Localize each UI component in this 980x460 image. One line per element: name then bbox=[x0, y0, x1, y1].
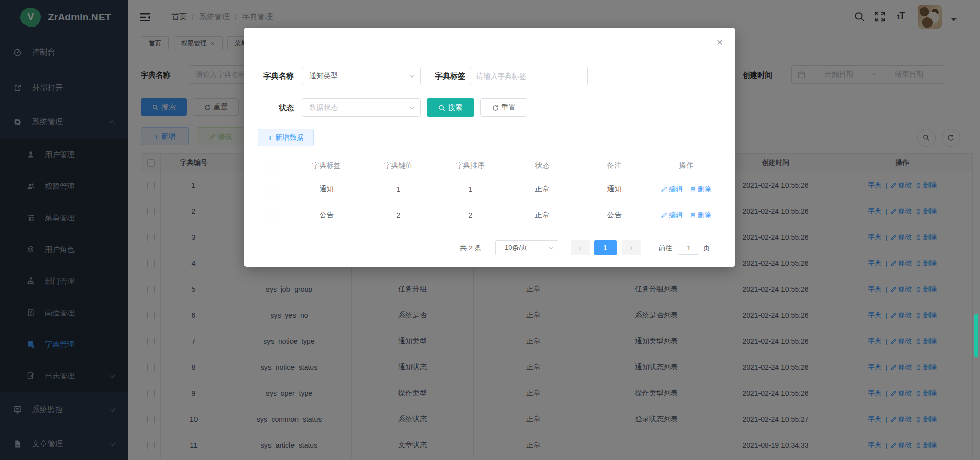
cell-label: 通知 bbox=[290, 176, 362, 202]
dialog-table-row: 通知 1 1 正常 通知 编辑 删除 bbox=[258, 176, 722, 202]
chevron-down-icon bbox=[410, 73, 415, 78]
current-page-button[interactable]: 1 bbox=[594, 240, 617, 255]
edit-action-link[interactable]: 编辑 bbox=[662, 211, 683, 220]
pagination-total: 共 2 条 bbox=[460, 240, 481, 257]
select-all-checkbox[interactable] bbox=[271, 163, 278, 170]
cell-value: 1 bbox=[362, 176, 434, 202]
pencil-icon bbox=[662, 186, 667, 192]
plus-icon: + bbox=[268, 134, 272, 142]
goto-page-input[interactable] bbox=[678, 241, 699, 255]
dict-data-dialog: × 字典名称 通知类型 字典标签 状态 数据状态 搜索 重置 +新增数据 bbox=[244, 28, 735, 267]
app-root: V ZrAdmin.NET 控制台 外部打开 系统管理 用户管理 权限管理 菜单… bbox=[0, 0, 980, 460]
refresh-icon bbox=[492, 105, 499, 111]
dialog-add-data-button[interactable]: +新增数据 bbox=[258, 129, 314, 146]
goto-label: 前往 bbox=[658, 240, 672, 257]
trash-icon bbox=[690, 186, 696, 192]
row-checkbox[interactable] bbox=[271, 186, 278, 193]
cell-status: 正常 bbox=[506, 176, 578, 202]
cell-sort: 1 bbox=[434, 176, 506, 202]
column-header-sort: 字典排序 bbox=[434, 156, 506, 176]
delete-action-link[interactable]: 删除 bbox=[690, 185, 712, 194]
column-header-remark: 备注 bbox=[578, 156, 650, 176]
cell-sort: 2 bbox=[434, 202, 506, 228]
next-page-button[interactable]: › bbox=[622, 240, 641, 255]
dialog-search-button[interactable]: 搜索 bbox=[427, 98, 474, 117]
chevron-down-icon bbox=[549, 245, 554, 250]
dialog-reset-button[interactable]: 重置 bbox=[480, 98, 527, 117]
prev-page-button[interactable]: ‹ bbox=[571, 240, 590, 255]
column-header-label: 字典标签 bbox=[290, 156, 362, 176]
cell-remark: 公告 bbox=[578, 202, 650, 228]
cell-remark: 通知 bbox=[578, 176, 650, 202]
dialog-status-select[interactable]: 数据状态 bbox=[302, 98, 421, 117]
column-header-status: 状态 bbox=[506, 156, 578, 176]
dialog-table-header-row: 字典标签 字典键值 字典排序 状态 备注 操作 bbox=[258, 156, 722, 176]
column-header-value: 字典键值 bbox=[362, 156, 434, 176]
pencil-icon bbox=[662, 212, 667, 218]
column-header-actions: 操作 bbox=[650, 156, 722, 176]
delete-action-link[interactable]: 删除 bbox=[690, 211, 712, 220]
dialog-dict-label-label: 字典标签 bbox=[427, 67, 465, 85]
dialog-table-row: 公告 2 2 正常 公告 编辑 删除 bbox=[258, 202, 722, 228]
cell-label: 公告 bbox=[290, 202, 362, 228]
cell-value: 2 bbox=[362, 202, 434, 228]
page-size-select[interactable]: 10条/页 bbox=[495, 240, 558, 255]
dialog-close-icon[interactable]: × bbox=[717, 37, 723, 47]
dialog-status-label: 状态 bbox=[258, 98, 294, 117]
search-icon bbox=[438, 105, 445, 111]
dialog-dict-name-label: 字典名称 bbox=[258, 67, 294, 85]
row-checkbox[interactable] bbox=[271, 212, 278, 219]
dialog-dict-data-table: 字典标签 字典键值 字典排序 状态 备注 操作 通知 1 1 正常 bbox=[258, 156, 722, 228]
scrollbar-thumb[interactable] bbox=[974, 314, 978, 357]
edit-action-link[interactable]: 编辑 bbox=[662, 185, 683, 194]
dialog-dict-name-select[interactable]: 通知类型 bbox=[302, 67, 421, 85]
page-unit-label: 页 bbox=[703, 240, 710, 257]
trash-icon bbox=[690, 212, 696, 218]
cell-status: 正常 bbox=[506, 202, 578, 228]
dialog-dict-label-input[interactable] bbox=[470, 67, 588, 85]
chevron-down-icon bbox=[410, 105, 415, 110]
